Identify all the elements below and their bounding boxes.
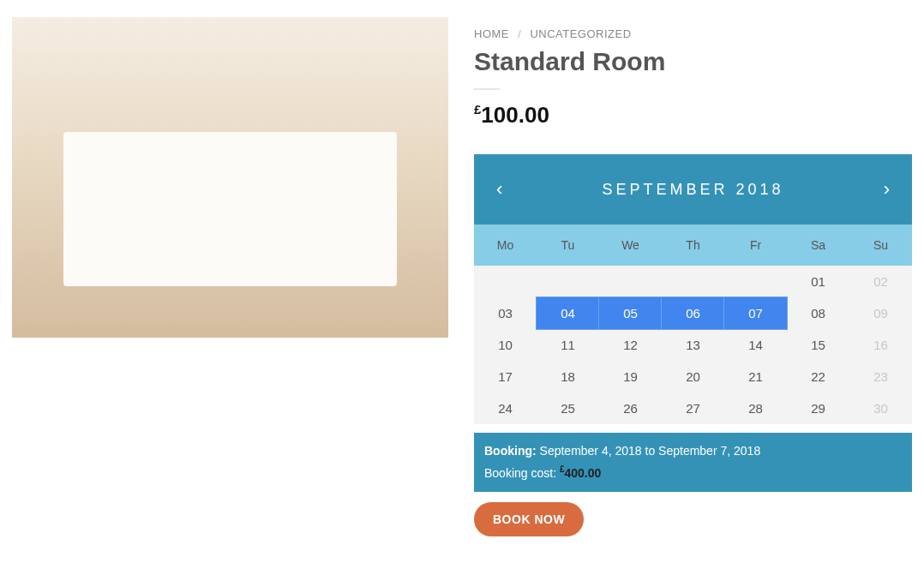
calendar-day-cell[interactable]: 20 [662,361,724,392]
calendar-day-cell: 30 [849,392,912,424]
booking-range: September 4, 2018 to September 7, 2018 [540,444,761,458]
calendar-day-cell: 16 [849,329,912,361]
calendar-prev-button[interactable]: ‹ [493,178,506,201]
calendar-day-cell[interactable]: 24 [474,392,537,424]
calendar-empty-cell [599,266,662,297]
calendar-month-label: SEPTEMBER 2018 [602,181,783,199]
booking-cost-label: Booking cost: [484,465,556,479]
calendar-day-cell[interactable]: 04 [536,296,600,330]
breadcrumb-category[interactable]: UNCATEGORIZED [530,27,631,40]
calendar-day-cell[interactable]: 13 [662,329,724,361]
calendar-day-cell[interactable]: 17 [474,361,537,392]
breadcrumb-sep: / [518,27,521,40]
calendar-dow-cell: Su [849,225,912,266]
calendar-day-cell[interactable]: 03 [474,297,537,329]
calendar-day-cell[interactable]: 07 [723,296,788,330]
booking-label: Booking: [484,444,537,458]
calendar-day-cell[interactable]: 08 [787,297,849,329]
calendar-day-cell[interactable]: 06 [661,296,725,330]
calendar-day-cell[interactable]: 28 [724,392,787,424]
calendar-day-cell[interactable]: 26 [599,392,662,424]
booking-summary: Booking: September 4, 2018 to September … [474,433,912,492]
price-amount: 100.00 [481,102,549,128]
calendar-day-cell[interactable]: 15 [787,329,849,361]
calendar-dow-row: MoTuWeThFrSaSu [474,225,912,266]
calendar: ‹ SEPTEMBER 2018 › MoTuWeThFrSaSu 010203… [474,154,912,424]
calendar-header: ‹ SEPTEMBER 2018 › [474,154,912,225]
calendar-empty-cell [537,266,599,297]
page-title: Standard Room [474,47,912,76]
book-now-button[interactable]: BOOK NOW [474,502,584,536]
calendar-dow-cell: We [599,225,662,266]
calendar-day-cell: 02 [849,266,912,297]
booking-cost-amount: 400.00 [565,465,602,479]
calendar-empty-cell [662,266,724,297]
price: £100.00 [474,102,912,129]
breadcrumb-home[interactable]: HOME [474,27,509,40]
product-image[interactable] [12,17,448,338]
calendar-dow-cell: Tu [537,225,599,266]
calendar-day-cell: 09 [849,297,912,329]
calendar-day-cell[interactable]: 01 [787,266,849,297]
calendar-body: 0102030405060708091011121314151617181920… [474,266,912,424]
calendar-day-cell[interactable]: 18 [537,361,599,392]
calendar-empty-cell [474,266,537,297]
calendar-day-cell[interactable]: 27 [662,392,724,424]
calendar-dow-cell: Fr [724,225,787,266]
calendar-day-cell[interactable]: 29 [787,392,849,424]
calendar-next-button[interactable]: › [880,178,893,201]
calendar-day-cell[interactable]: 05 [598,296,663,330]
calendar-day-cell[interactable]: 21 [724,361,787,392]
calendar-day-cell[interactable]: 22 [787,361,849,392]
title-divider [474,88,500,90]
calendar-dow-cell: Th [662,225,724,266]
calendar-day-cell[interactable]: 11 [537,329,599,361]
calendar-day-cell[interactable]: 25 [537,392,599,424]
breadcrumb: HOME / UNCATEGORIZED [474,27,912,40]
calendar-day-cell[interactable]: 10 [474,329,537,361]
calendar-dow-cell: Sa [787,225,849,266]
calendar-empty-cell [724,266,787,297]
calendar-day-cell[interactable]: 19 [599,361,662,392]
calendar-day-cell: 23 [849,361,912,392]
calendar-day-cell[interactable]: 14 [724,329,787,361]
calendar-dow-cell: Mo [474,225,537,266]
calendar-day-cell[interactable]: 12 [599,329,662,361]
